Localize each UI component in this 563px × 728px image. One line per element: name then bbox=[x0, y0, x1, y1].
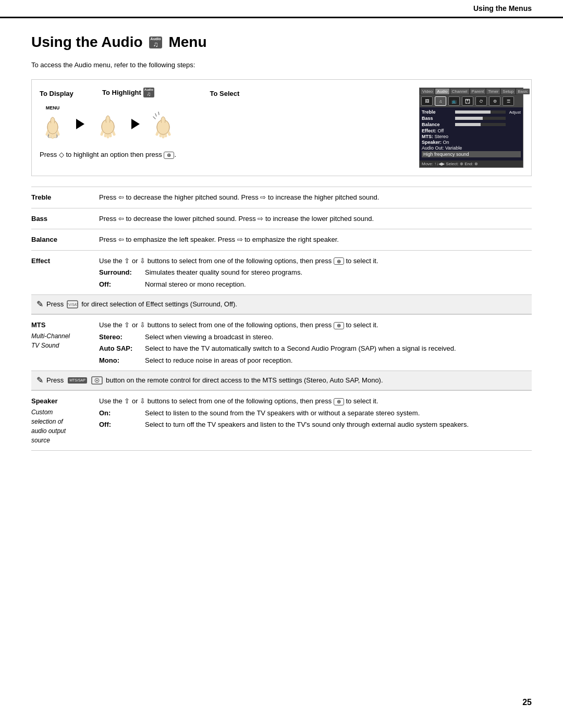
tv-balance-bar bbox=[455, 123, 506, 126]
feature-name-bass: Bass bbox=[31, 208, 99, 229]
speaker-on-text: Select to listen to the sound from the T… bbox=[145, 408, 420, 418]
tv-row-speaker: Speaker: On bbox=[422, 140, 521, 145]
speaker-off-option: Off: Select to turn off the TV speakers … bbox=[99, 419, 527, 430]
svg-line-30 bbox=[155, 114, 156, 116]
tv-row-mts: MTS: Stereo bbox=[422, 134, 521, 139]
tv-icon-4: 👪 bbox=[462, 96, 473, 106]
tv-row-treble: Treble Adjust bbox=[422, 109, 521, 115]
tv-highlight-text: High frequency sound bbox=[422, 151, 521, 157]
main-content: Using the Audio Audio ♫ Menu To access t… bbox=[0, 18, 563, 482]
tv-icon-2: ♫ bbox=[435, 96, 446, 106]
tv-bass-bar bbox=[455, 117, 506, 120]
audio-badge-icon: ♫ bbox=[153, 41, 158, 48]
table-row-balance: Balance Press ⇦ to emphasize the left sp… bbox=[31, 229, 532, 251]
effect-off-option: Off: Normal stereo or mono reception. bbox=[99, 279, 527, 290]
mts-stereo-label: Stereo: bbox=[99, 332, 141, 342]
note-press: Press bbox=[46, 299, 64, 310]
tv-balance-fill bbox=[455, 123, 481, 126]
navigate-hand-icon bbox=[95, 108, 121, 140]
tv-tab-setup: Setup bbox=[501, 89, 515, 94]
svg-text:TV/SAT: TV/SAT bbox=[67, 303, 78, 306]
title-start: Using the Audio bbox=[31, 34, 143, 51]
mts-autosap-label: Auto SAP: bbox=[99, 343, 141, 354]
tv-icon-bar: 🖼 ♫ 📺 👪 ⏱ ⚙ ☰ bbox=[420, 95, 523, 107]
table-row-treble: Treble Press ⇦ to decrease the higher pi… bbox=[31, 187, 532, 208]
tv-icon-3: 📺 bbox=[448, 96, 460, 106]
hands-row: MENU MENU bbox=[40, 105, 409, 143]
mts-sap-badge: MTS/SAP bbox=[68, 377, 87, 384]
step-audio-icon: ♫ bbox=[146, 91, 151, 97]
tv-sat-icon: TV/SAT bbox=[67, 299, 78, 310]
table-row-bass: Bass Press ⇦ to decrease the lower pitch… bbox=[31, 208, 532, 229]
table-row-mts-note: ✎ Press MTS/SAP button on the remote con… bbox=[31, 371, 532, 391]
tv-content-area: Treble Adjust Bass bbox=[420, 107, 523, 161]
tv-row-balance: Balance bbox=[422, 122, 521, 127]
feature-desc-bass: Press ⇦ to decrease the lower pitched so… bbox=[99, 208, 532, 229]
mts-note-row: ✎ Press MTS/SAP button on the remote con… bbox=[31, 371, 532, 390]
center-icon-effect: ⊕ bbox=[334, 257, 344, 265]
table-row-effect: Effect Use the ⇧ or ⇩ buttons to select … bbox=[31, 250, 532, 294]
surround-text: Simulates theater quality sound for ster… bbox=[145, 267, 302, 278]
step-to-display-label: To Display bbox=[40, 90, 102, 97]
svg-line-31 bbox=[158, 112, 159, 115]
feature-desc-balance: Press ⇦ to emphasize the left speaker. P… bbox=[99, 229, 532, 251]
tv-tab-channel: Channel bbox=[450, 89, 469, 94]
tv-treble-fill bbox=[455, 110, 491, 114]
speaker-off-label: Off: bbox=[99, 419, 141, 430]
tv-tab-video: Video bbox=[421, 89, 434, 94]
feature-desc-effect: Use the ⇧ or ⇩ buttons to select from on… bbox=[99, 250, 532, 294]
tv-tab-audio: Audio bbox=[435, 89, 449, 94]
select-hand-icon bbox=[150, 108, 176, 140]
steps-labels: To Display To Highlight Audio ♫ To Selec… bbox=[40, 88, 409, 97]
title-end: Menu bbox=[168, 34, 206, 51]
feature-desc-speaker: Use the ⇧ or ⇩ buttons to select from on… bbox=[99, 391, 532, 451]
tv-treble-bar bbox=[455, 110, 506, 114]
tv-footer-text: Move: ↑↓◀▶ Select: ⊕ End: ⊗ bbox=[422, 162, 478, 166]
effect-off-text: Normal stereo or mono reception. bbox=[145, 279, 246, 290]
svg-point-36 bbox=[96, 380, 97, 381]
steps-area: To Display To Highlight Audio ♫ To Selec… bbox=[31, 79, 532, 176]
feature-name-treble: Treble bbox=[31, 187, 99, 208]
step-to-highlight-label: To Highlight Audio ♫ bbox=[102, 88, 191, 97]
steps-left: To Display To Highlight Audio ♫ To Selec… bbox=[40, 88, 409, 168]
audio-icon-badge: Audio ♫ bbox=[149, 36, 163, 48]
speaker-on-option: On: Select to listen to the sound from t… bbox=[99, 408, 527, 418]
speaker-subtitle: Customselection ofaudio outputsource bbox=[31, 408, 94, 445]
note-icon-effect: ✎ bbox=[36, 298, 43, 311]
effect-note-cell: ✎ Press TV/SAT for direct selection of E… bbox=[31, 294, 532, 315]
table-row-effect-note: ✎ Press TV/SAT for direct selection of E… bbox=[31, 294, 532, 315]
mts-note-press: Press bbox=[46, 375, 64, 386]
mts-autosap-option: Auto SAP: Select to have the TV automati… bbox=[99, 343, 527, 354]
tv-row-effect: Effect: Off bbox=[422, 128, 521, 133]
feature-desc-treble: Press ⇦ to decrease the higher pitched s… bbox=[99, 187, 532, 208]
mts-stereo-option: Stereo: Select when viewing a broadcast … bbox=[99, 332, 527, 342]
mts-mono-label: Mono: bbox=[99, 355, 141, 366]
header-bar: Using the Menus bbox=[0, 0, 563, 18]
feature-name-speaker: Speaker Customselection ofaudio outputso… bbox=[31, 391, 99, 451]
mts-mono-text: Select to reduce noise in areas of poor … bbox=[145, 355, 292, 366]
svg-line-29 bbox=[153, 117, 155, 119]
press-note: Press ◇ to highlight an option then pres… bbox=[40, 151, 409, 159]
intro-text: To access the Audio menu, refer to the f… bbox=[31, 61, 532, 69]
mts-stereo-text: Select when viewing a broadcast in stere… bbox=[145, 332, 273, 342]
tv-footer: Move: ↑↓◀▶ Select: ⊕ End: ⊗ bbox=[420, 161, 523, 167]
center-icon-speaker: ⊕ bbox=[334, 398, 344, 405]
tv-icon-5: ⏱ bbox=[475, 96, 487, 106]
effect-note-row: ✎ Press TV/SAT for direct selection of E… bbox=[31, 294, 532, 314]
center-press-icon: ⊕ bbox=[164, 152, 174, 159]
tv-icon-6: ⚙ bbox=[489, 96, 500, 106]
step-to-select-label: To Select bbox=[191, 90, 259, 97]
mts-subtitle: Multi-ChannelTV Sound bbox=[31, 331, 94, 350]
remote-icon bbox=[91, 375, 103, 386]
tv-icon-1: 🖼 bbox=[421, 96, 433, 106]
page-number: 25 bbox=[522, 698, 532, 707]
mts-note-cell: ✎ Press MTS/SAP button on the remote con… bbox=[31, 371, 532, 391]
tv-row-bass: Bass bbox=[422, 116, 521, 121]
center-icon-mts: ⊕ bbox=[334, 322, 344, 329]
speaker-off-text: Select to turn off the TV speakers and l… bbox=[145, 419, 469, 430]
tv-tab-bar: Video Audio Channel Parent Timer Setup B… bbox=[420, 88, 523, 95]
section-title: Using the Audio Audio ♫ Menu bbox=[31, 34, 532, 51]
tv-row-audioout: Audio Out: Variable bbox=[422, 145, 521, 151]
table-row-speaker: Speaker Customselection ofaudio outputso… bbox=[31, 391, 532, 451]
tv-icon-7: ☰ bbox=[503, 96, 514, 106]
